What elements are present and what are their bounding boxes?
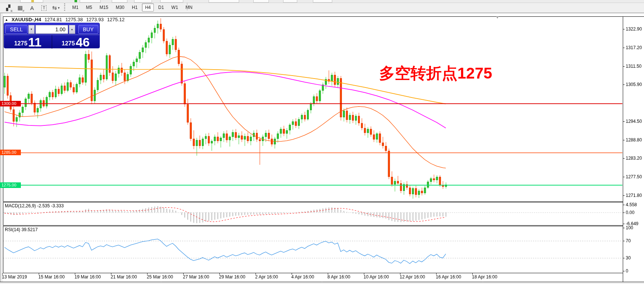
collapse-triangle-icon[interactable]: ▲ bbox=[5, 18, 8, 22]
rsi-axis-tick: 70 bbox=[626, 238, 631, 243]
buy-price-pips: 46 bbox=[76, 36, 90, 48]
buy-price-major: 1275 bbox=[62, 40, 75, 47]
cursor-tools-icon-glyph: ⇆ bbox=[52, 4, 57, 11]
sell-price-pips: 11 bbox=[28, 36, 42, 48]
quote-high: 1275.38 bbox=[65, 17, 83, 22]
chart-symbol-header[interactable]: ▲ XAUUSD-,H4 1274.81 1275.38 1273.93 127… bbox=[5, 17, 124, 22]
cutoff-indicator bbox=[74, 0, 77, 2]
timeframe-d1[interactable]: D1 bbox=[155, 3, 167, 12]
timeframe-mn[interactable]: MN bbox=[183, 3, 196, 12]
timeframe-h1[interactable]: H1 bbox=[129, 3, 140, 12]
text-box-icon-glyph: T bbox=[41, 5, 47, 11]
chevron-down-icon: ▼ bbox=[30, 28, 33, 31]
cutoff-button bbox=[112, 0, 127, 3]
time-axis-label: 8 Apr 16:00 bbox=[327, 274, 350, 280]
rsi-axis-tick: 100 bbox=[626, 225, 633, 230]
price-axis-tick: 1288.80 bbox=[626, 137, 642, 143]
time-axis-label: 21 Mar 16:00 bbox=[111, 274, 137, 280]
cutoff-button bbox=[313, 0, 332, 3]
icon-subscript: F bbox=[23, 9, 25, 13]
trade-panel-controls: SELL ▼ ▲ BUY bbox=[4, 23, 99, 34]
icon-subscript: E bbox=[11, 9, 13, 13]
timeframe-m15[interactable]: M15 bbox=[96, 3, 111, 12]
price-axis-tick: 1294.50 bbox=[626, 119, 642, 124]
quote-open: 1274.81 bbox=[44, 17, 62, 22]
lot-decrease-button[interactable]: ▼ bbox=[28, 25, 35, 34]
sell-button[interactable]: SELL bbox=[5, 25, 28, 34]
app: ▞E▦FAT⇆▾ M1M5M15M30H1H4D1W1MN ▲ XAUUSD-,… bbox=[0, 0, 644, 284]
price-axis-tick: 1311.50 bbox=[626, 64, 642, 69]
cutoff-button bbox=[160, 0, 183, 3]
time-axis-label: 4 Apr 16:00 bbox=[291, 274, 314, 280]
time-axis-label: 27 Mar 16:00 bbox=[183, 274, 209, 280]
chevron-up-icon: ▲ bbox=[71, 28, 73, 31]
rsi-axis-tick: 0 bbox=[626, 268, 628, 274]
price-line-badge: 1275.00 bbox=[0, 182, 21, 188]
macd-indicator-label: MACD(12,26,9) -2.535 -3.333 bbox=[5, 203, 64, 208]
price-axis-tick: 1322.90 bbox=[626, 26, 642, 32]
chart-text-annotation[interactable]: 多空转折点1275 bbox=[379, 66, 492, 81]
one-click-trading-panel: SELL ▼ ▲ BUY 1275 11 1275 46 bbox=[4, 23, 100, 48]
price-axis-tick: 1271.80 bbox=[626, 193, 642, 198]
symbol-label: XAUUSD-,H4 bbox=[12, 17, 41, 22]
cutoff-button bbox=[253, 0, 269, 3]
lot-increase-button[interactable]: ▲ bbox=[69, 25, 75, 34]
time-axis-label: 10 Apr 16:00 bbox=[364, 274, 389, 280]
chart-shift-marker-icon[interactable]: ▼ bbox=[495, 15, 499, 19]
quote-low: 1273.93 bbox=[86, 17, 104, 22]
cutoff-button bbox=[134, 0, 152, 3]
timeframe-h4[interactable]: H4 bbox=[142, 3, 153, 12]
time-axis-label: 12 Apr 16:00 bbox=[400, 274, 425, 280]
buy-button[interactable]: BUY bbox=[78, 25, 98, 34]
time-axis-label: 16 Apr 16:00 bbox=[436, 274, 461, 280]
time-axis-label: 2 Apr 16:00 bbox=[255, 274, 278, 280]
text-annotation-icon[interactable]: A bbox=[27, 4, 37, 12]
timeframe-m30[interactable]: M30 bbox=[113, 3, 127, 12]
cutoff-button bbox=[283, 0, 297, 3]
time-axis-label: 25 Mar 16:00 bbox=[147, 274, 173, 280]
timeframe-w1[interactable]: W1 bbox=[168, 3, 181, 12]
toolbar-drag-handle[interactable] bbox=[64, 3, 66, 11]
indicator-styles-icon-glyph: ▞ bbox=[6, 4, 10, 11]
rsi-indicator-label: RSI(14) 39.5217 bbox=[5, 227, 38, 232]
time-axis-label: 15 Mar 16:00 bbox=[38, 274, 65, 280]
trade-panel-prices: 1275 11 1275 46 bbox=[4, 35, 99, 49]
timeframe-m1[interactable]: M1 bbox=[69, 3, 82, 12]
cutoff-button bbox=[209, 0, 239, 3]
indicator-styles-icon[interactable]: ▞E bbox=[3, 4, 13, 12]
macd-axis-tick: 4.558 bbox=[626, 202, 637, 207]
text-box-icon[interactable]: T bbox=[39, 4, 49, 12]
grid-icon-glyph: ▦ bbox=[18, 4, 23, 11]
cutoff-indicator bbox=[31, 0, 34, 2]
price-axis-tick: 1305.90 bbox=[626, 82, 642, 87]
price-axis-tick: 1283.20 bbox=[626, 156, 642, 161]
timeframe-m5[interactable]: M5 bbox=[83, 3, 95, 12]
price-axis-tick: 1317.20 bbox=[626, 45, 642, 50]
sell-price-major: 1275 bbox=[14, 40, 28, 47]
price-line-badge: 1285.00 bbox=[0, 150, 21, 155]
chevron-down-icon: ▾ bbox=[58, 6, 60, 10]
lot-size-input[interactable] bbox=[35, 25, 68, 34]
time-axis-label: 18 Apr 16:00 bbox=[472, 274, 497, 280]
time-axis-label: 29 Mar 16:00 bbox=[219, 274, 245, 280]
cursor-tools-icon[interactable]: ⇆▾ bbox=[51, 4, 61, 12]
toolbar: ▞E▦FAT⇆▾ M1M5M15M30H1H4D1W1MN bbox=[0, 0, 644, 13]
quote-close: 1275.12 bbox=[107, 17, 124, 22]
text-annotation-icon-glyph: A bbox=[30, 5, 34, 11]
timeframe-buttons: M1M5M15M30H1H4D1W1MN bbox=[69, 3, 196, 12]
macd-axis-tick: 0.00 bbox=[626, 210, 634, 215]
rsi-axis-tick: 30 bbox=[626, 255, 631, 261]
grid-icon[interactable]: ▦F bbox=[15, 4, 25, 12]
buy-price[interactable]: 1275 46 bbox=[52, 35, 100, 49]
toolbar-icons: ▞E▦FAT⇆▾ bbox=[2, 3, 62, 13]
toolbar-separator bbox=[187, 3, 187, 10]
sell-price[interactable]: 1275 11 bbox=[4, 35, 52, 49]
price-line-badge: 1300.00 bbox=[0, 101, 21, 106]
time-axis-label: 13 Mar 2019 bbox=[2, 274, 27, 280]
time-axis-label: 19 Mar 16:00 bbox=[74, 274, 101, 280]
cutoff-button bbox=[80, 0, 101, 3]
price-axis-tick: 1277.50 bbox=[626, 174, 642, 179]
